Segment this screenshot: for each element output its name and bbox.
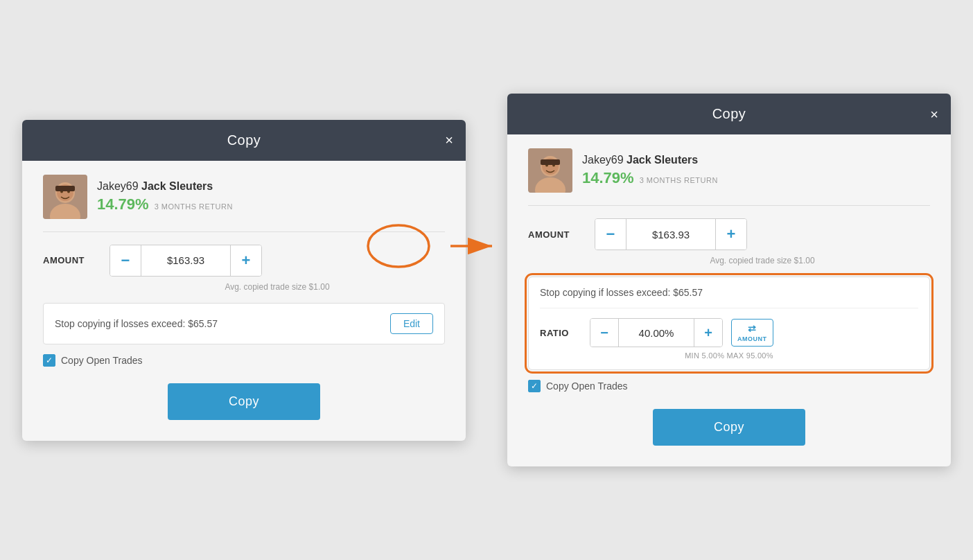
user-info-right: Jakey69 Jack Sleuters 14.79% 3 MONTHS RE… <box>528 148 930 193</box>
stop-loss-row-right: Stop copying if losses exceed: $65.57 <box>540 287 918 298</box>
svg-rect-13 <box>541 159 560 165</box>
copy-open-label-right: Copy Open Trades <box>546 380 628 392</box>
avatar-right <box>528 148 572 193</box>
close-button-left[interactable]: × <box>445 133 453 147</box>
copy-open-label-left: Copy Open Trades <box>61 355 143 366</box>
stop-loss-row-left: Stop copying if losses exceed: $65.57 Ed… <box>55 313 433 334</box>
dialog-body-left: Jakey69 Jack Sleuters 14.79% 3 MONTHS RE… <box>22 161 466 441</box>
amount-switch-label: AMOUNT <box>737 335 767 342</box>
user-return-right: 14.79% 3 MONTHS RETURN <box>582 169 718 187</box>
copy-dialog-left: Copy × <box>22 120 466 441</box>
svg-rect-6 <box>55 186 75 191</box>
stop-loss-text-left: Stop copying if losses exceed: $65.57 <box>55 318 218 329</box>
user-details-right: Jakey69 Jack Sleuters 14.79% 3 MONTHS RE… <box>582 154 718 187</box>
amount-label-left: AMOUNT <box>43 255 98 265</box>
stop-loss-box-right: Stop copying if losses exceed: $65.57 RA… <box>528 277 930 370</box>
copy-dialog-right: Copy × <box>507 94 951 466</box>
dialog-title-right: Copy <box>712 106 746 122</box>
ratio-stepper: − 40.00% + <box>590 318 723 347</box>
dialog-title-left: Copy <box>227 132 261 148</box>
copy-button-right[interactable]: Copy <box>653 409 805 446</box>
stop-loss-text-right: Stop copying if losses exceed: $65.57 <box>540 287 703 298</box>
user-info-left: Jakey69 Jack Sleuters 14.79% 3 MONTHS RE… <box>43 175 445 219</box>
dialog-header-left: Copy × <box>22 120 466 161</box>
amount-row-right: AMOUNT − $163.93 + <box>528 218 930 250</box>
avg-trade-right: Avg. copied trade size $1.00 <box>595 256 930 265</box>
dialog-header-right: Copy × <box>507 94 951 134</box>
ratio-row: RATIO − 40.00% + ⇄ AMOUNT <box>540 308 918 347</box>
close-button-right[interactable]: × <box>930 107 938 121</box>
amount-stepper-left: − $163.93 + <box>109 245 262 277</box>
ratio-decrease-btn[interactable]: − <box>590 319 618 347</box>
amount-increase-btn-right[interactable]: + <box>716 219 746 250</box>
copy-open-trades-left: ✓ Copy Open Trades <box>43 354 445 367</box>
amount-stepper-right: − $163.93 + <box>595 218 747 250</box>
user-name-left: Jakey69 Jack Sleuters <box>97 180 233 193</box>
user-return-left: 14.79% 3 MONTHS RETURN <box>97 195 233 213</box>
ratio-minmax: MIN 5.00% MAX 95.00% <box>540 351 918 360</box>
ratio-value: 40.00% <box>618 319 694 347</box>
amount-increase-btn-left[interactable]: + <box>231 245 261 276</box>
divider-left <box>43 231 445 232</box>
check-icon-right: ✓ <box>531 382 538 390</box>
ratio-label: RATIO <box>540 328 581 338</box>
ratio-increase-btn[interactable]: + <box>694 319 722 347</box>
check-icon-left: ✓ <box>46 356 53 365</box>
transfer-icon: ⇄ <box>748 323 757 334</box>
copy-open-checkbox-left[interactable]: ✓ <box>43 354 55 367</box>
user-details-left: Jakey69 Jack Sleuters 14.79% 3 MONTHS RE… <box>97 180 233 213</box>
amount-decrease-btn-right[interactable]: − <box>595 219 626 250</box>
stop-loss-box-left: Stop copying if losses exceed: $65.57 Ed… <box>43 303 445 344</box>
avatar-left <box>43 175 87 219</box>
amount-value-right: $163.93 <box>626 219 716 250</box>
copy-open-trades-right: ✓ Copy Open Trades <box>528 380 930 392</box>
amount-row-left: AMOUNT − $163.93 + <box>43 245 445 277</box>
amount-switch-button[interactable]: ⇄ AMOUNT <box>731 319 773 347</box>
avg-trade-left: Avg. copied trade size $1.00 <box>109 282 445 292</box>
user-name-right: Jakey69 Jack Sleuters <box>582 154 718 166</box>
dialog-body-right: Jakey69 Jack Sleuters 14.79% 3 MONTHS RE… <box>507 134 951 466</box>
amount-decrease-btn-left[interactable]: − <box>110 245 141 276</box>
amount-value-left: $163.93 <box>141 245 231 276</box>
copy-button-left[interactable]: Copy <box>168 383 320 420</box>
edit-button-left[interactable]: Edit <box>390 313 433 334</box>
amount-label-right: AMOUNT <box>528 229 584 240</box>
divider-right <box>528 205 930 206</box>
copy-open-checkbox-right[interactable]: ✓ <box>528 380 541 392</box>
